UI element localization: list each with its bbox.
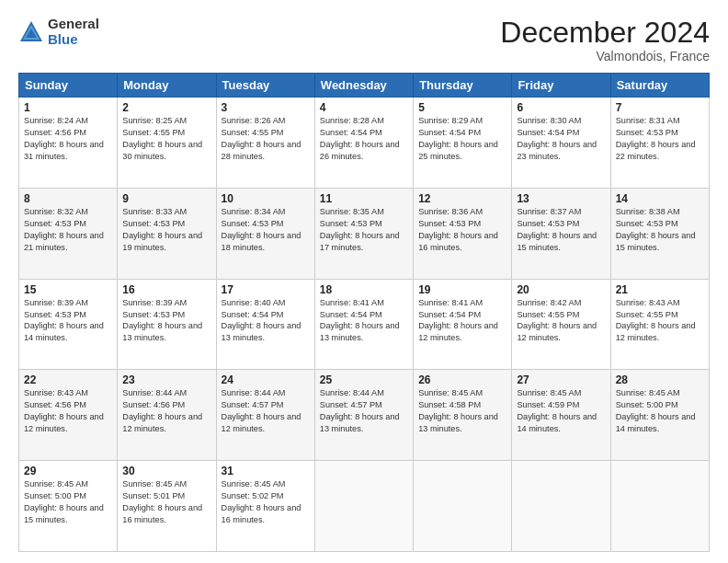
- location: Valmondois, France: [500, 49, 710, 63]
- table-row: [610, 461, 709, 552]
- table-row: 7Sunrise: 8:31 AM Sunset: 4:53 PM Daylig…: [610, 98, 709, 189]
- table-row: 5Sunrise: 8:29 AM Sunset: 4:54 PM Daylig…: [414, 98, 512, 189]
- table-row: 2Sunrise: 8:25 AM Sunset: 4:55 PM Daylig…: [118, 98, 216, 189]
- calendar-row: 15Sunrise: 8:39 AM Sunset: 4:53 PM Dayli…: [19, 279, 710, 370]
- table-row: 14Sunrise: 8:38 AM Sunset: 4:53 PM Dayli…: [610, 188, 709, 279]
- day-number: 17: [222, 283, 310, 296]
- day-detail: Sunrise: 8:33 AM Sunset: 4:53 PM Dayligh…: [122, 206, 210, 254]
- day-number: 2: [122, 101, 210, 114]
- table-row: 21Sunrise: 8:43 AM Sunset: 4:55 PM Dayli…: [610, 279, 709, 370]
- table-row: 6Sunrise: 8:30 AM Sunset: 4:54 PM Daylig…: [512, 98, 610, 189]
- day-detail: Sunrise: 8:34 AM Sunset: 4:53 PM Dayligh…: [222, 206, 310, 254]
- day-number: 19: [418, 283, 506, 296]
- day-number: 11: [320, 192, 408, 205]
- day-detail: Sunrise: 8:43 AM Sunset: 4:55 PM Dayligh…: [616, 297, 704, 345]
- day-detail: Sunrise: 8:39 AM Sunset: 4:53 PM Dayligh…: [24, 297, 112, 345]
- day-number: 16: [122, 283, 210, 296]
- day-number: 24: [222, 373, 310, 386]
- header-row: Sunday Monday Tuesday Wednesday Thursday…: [19, 74, 710, 98]
- table-row: 26Sunrise: 8:45 AM Sunset: 4:58 PM Dayli…: [414, 370, 512, 461]
- month-title: December 2024: [500, 17, 710, 49]
- col-saturday: Saturday: [610, 74, 709, 98]
- day-detail: Sunrise: 8:40 AM Sunset: 4:54 PM Dayligh…: [222, 297, 310, 345]
- table-row: 31Sunrise: 8:45 AM Sunset: 5:02 PM Dayli…: [216, 461, 314, 552]
- day-detail: Sunrise: 8:43 AM Sunset: 4:56 PM Dayligh…: [24, 387, 112, 435]
- day-number: 30: [122, 465, 210, 477]
- day-number: 13: [517, 192, 605, 205]
- day-number: 27: [517, 373, 605, 386]
- calendar-row: 22Sunrise: 8:43 AM Sunset: 4:56 PM Dayli…: [19, 370, 710, 461]
- table-row: 15Sunrise: 8:39 AM Sunset: 4:53 PM Dayli…: [19, 279, 118, 370]
- day-number: 26: [418, 373, 506, 386]
- col-monday: Monday: [118, 74, 216, 98]
- col-tuesday: Tuesday: [216, 74, 314, 98]
- table-row: 17Sunrise: 8:40 AM Sunset: 4:54 PM Dayli…: [216, 279, 314, 370]
- logo-general: General: [48, 17, 99, 32]
- day-number: 15: [24, 283, 112, 296]
- day-detail: Sunrise: 8:37 AM Sunset: 4:53 PM Dayligh…: [517, 206, 605, 254]
- day-detail: Sunrise: 8:45 AM Sunset: 5:00 PM Dayligh…: [616, 387, 704, 435]
- header: General Blue December 2024 Valmondois, F…: [18, 17, 710, 63]
- table-row: 11Sunrise: 8:35 AM Sunset: 4:53 PM Dayli…: [314, 188, 413, 279]
- table-row: [512, 461, 610, 552]
- table-row: 3Sunrise: 8:26 AM Sunset: 4:55 PM Daylig…: [216, 98, 314, 189]
- day-number: 1: [24, 101, 112, 114]
- table-row: [414, 461, 512, 552]
- col-wednesday: Wednesday: [314, 74, 413, 98]
- table-row: 24Sunrise: 8:44 AM Sunset: 4:57 PM Dayli…: [216, 370, 314, 461]
- table-row: 27Sunrise: 8:45 AM Sunset: 4:59 PM Dayli…: [512, 370, 610, 461]
- day-detail: Sunrise: 8:28 AM Sunset: 4:54 PM Dayligh…: [320, 115, 408, 163]
- table-row: 8Sunrise: 8:32 AM Sunset: 4:53 PM Daylig…: [19, 188, 118, 279]
- day-number: 12: [418, 192, 506, 205]
- day-number: 23: [122, 373, 210, 386]
- day-number: 4: [320, 101, 408, 114]
- day-detail: Sunrise: 8:39 AM Sunset: 4:53 PM Dayligh…: [122, 297, 210, 345]
- day-detail: Sunrise: 8:41 AM Sunset: 4:54 PM Dayligh…: [320, 297, 408, 345]
- table-row: 4Sunrise: 8:28 AM Sunset: 4:54 PM Daylig…: [314, 98, 413, 189]
- calendar-row: 29Sunrise: 8:45 AM Sunset: 5:00 PM Dayli…: [19, 461, 710, 552]
- day-number: 10: [222, 192, 310, 205]
- day-number: 9: [122, 192, 210, 205]
- table-row: 1Sunrise: 8:24 AM Sunset: 4:56 PM Daylig…: [19, 98, 118, 189]
- col-sunday: Sunday: [19, 74, 118, 98]
- day-number: 29: [24, 465, 112, 477]
- day-detail: Sunrise: 8:35 AM Sunset: 4:53 PM Dayligh…: [320, 206, 408, 254]
- calendar-row: 1Sunrise: 8:24 AM Sunset: 4:56 PM Daylig…: [19, 98, 710, 189]
- table-row: 28Sunrise: 8:45 AM Sunset: 5:00 PM Dayli…: [610, 370, 709, 461]
- day-detail: Sunrise: 8:42 AM Sunset: 4:55 PM Dayligh…: [517, 297, 605, 345]
- day-detail: Sunrise: 8:32 AM Sunset: 4:53 PM Dayligh…: [24, 206, 112, 254]
- day-detail: Sunrise: 8:41 AM Sunset: 4:54 PM Dayligh…: [418, 297, 506, 345]
- day-detail: Sunrise: 8:24 AM Sunset: 4:56 PM Dayligh…: [24, 115, 112, 163]
- calendar-table: Sunday Monday Tuesday Wednesday Thursday…: [18, 73, 710, 552]
- table-row: 25Sunrise: 8:44 AM Sunset: 4:57 PM Dayli…: [314, 370, 413, 461]
- day-detail: Sunrise: 8:44 AM Sunset: 4:57 PM Dayligh…: [222, 387, 310, 435]
- day-number: 14: [616, 192, 704, 205]
- day-detail: Sunrise: 8:45 AM Sunset: 5:00 PM Dayligh…: [24, 478, 112, 526]
- day-number: 5: [418, 101, 506, 114]
- table-row: 12Sunrise: 8:36 AM Sunset: 4:53 PM Dayli…: [414, 188, 512, 279]
- day-detail: Sunrise: 8:30 AM Sunset: 4:54 PM Dayligh…: [517, 115, 605, 163]
- day-detail: Sunrise: 8:45 AM Sunset: 5:01 PM Dayligh…: [122, 478, 210, 526]
- table-row: 30Sunrise: 8:45 AM Sunset: 5:01 PM Dayli…: [118, 461, 216, 552]
- table-row: 23Sunrise: 8:44 AM Sunset: 4:56 PM Dayli…: [118, 370, 216, 461]
- table-row: 10Sunrise: 8:34 AM Sunset: 4:53 PM Dayli…: [216, 188, 314, 279]
- calendar-row: 8Sunrise: 8:32 AM Sunset: 4:53 PM Daylig…: [19, 188, 710, 279]
- day-detail: Sunrise: 8:25 AM Sunset: 4:55 PM Dayligh…: [122, 115, 210, 163]
- day-number: 28: [616, 373, 704, 386]
- logo-blue: Blue: [48, 32, 99, 48]
- table-row: 18Sunrise: 8:41 AM Sunset: 4:54 PM Dayli…: [314, 279, 413, 370]
- day-detail: Sunrise: 8:45 AM Sunset: 4:59 PM Dayligh…: [517, 387, 605, 435]
- table-row: 20Sunrise: 8:42 AM Sunset: 4:55 PM Dayli…: [512, 279, 610, 370]
- table-row: [314, 461, 413, 552]
- table-row: 13Sunrise: 8:37 AM Sunset: 4:53 PM Dayli…: [512, 188, 610, 279]
- table-row: 9Sunrise: 8:33 AM Sunset: 4:53 PM Daylig…: [118, 188, 216, 279]
- day-number: 3: [222, 101, 310, 114]
- day-detail: Sunrise: 8:29 AM Sunset: 4:54 PM Dayligh…: [418, 115, 506, 163]
- table-row: 16Sunrise: 8:39 AM Sunset: 4:53 PM Dayli…: [118, 279, 216, 370]
- title-block: December 2024 Valmondois, France: [500, 17, 710, 63]
- day-number: 7: [616, 101, 704, 114]
- day-detail: Sunrise: 8:26 AM Sunset: 4:55 PM Dayligh…: [222, 115, 310, 163]
- table-row: 29Sunrise: 8:45 AM Sunset: 5:00 PM Dayli…: [19, 461, 118, 552]
- day-detail: Sunrise: 8:31 AM Sunset: 4:53 PM Dayligh…: [616, 115, 704, 163]
- day-number: 25: [320, 373, 408, 386]
